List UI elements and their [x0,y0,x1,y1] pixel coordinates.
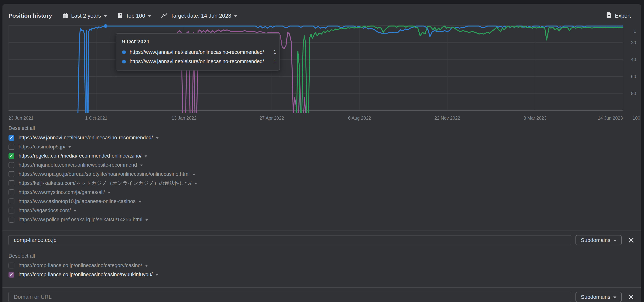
url-label: https://www.casinotop10.jp/japanese-onli… [18,199,136,204]
url-label: https://www.npa.go.jp/bureau/safetylife/… [18,171,190,177]
url-label: https://www.jannavi.net/leisure/onlineca… [18,135,153,141]
chevron-down-icon[interactable] [156,274,158,276]
domain-input-empty[interactable] [8,292,571,302]
chevron-down-icon[interactable] [140,165,143,166]
tooltip-url: https://www.jannavi.net/leisure/onlineca… [130,49,264,55]
chevron-down-icon[interactable] [145,219,148,221]
download-icon [606,12,612,20]
chevron-down-icon[interactable] [144,156,147,157]
tooltip-position-value: 1 [274,49,276,55]
checkbox-checked[interactable]: ✓ [8,135,14,141]
url-list-item[interactable]: https://www.casinotop10.jp/japanese-onli… [8,197,635,206]
url-label: https://majandofu.com/ca-onlinewebsite-r… [18,162,137,168]
checkbox-checked[interactable]: ✓ [8,272,14,277]
close-icon[interactable] [628,237,634,243]
chart-canvas [8,24,623,113]
chevron-down-icon[interactable] [138,201,141,203]
tooltip-url: https://www.jannavi.net/leisure/onlineca… [130,59,264,64]
url-list-item[interactable]: https://majandofu.com/ca-onlinewebsite-r… [8,160,635,170]
subdomains-label: Subdomains [581,237,610,243]
checkbox-unchecked[interactable] [8,199,14,204]
checkbox-unchecked[interactable] [8,208,14,213]
chevron-down-icon [234,15,237,17]
toolbar: Position history Last 2 years [2,4,641,23]
url-label: https://comp-liance.co.jp/onlinecasino/c… [18,272,152,277]
top-filter-dropdown[interactable]: Top 100 [117,13,151,19]
tooltip-date: 9 Oct 2021 [122,39,274,45]
url-label: https://casinotop5.jp/ [18,144,66,150]
page-title: Position history [8,13,52,19]
url-list-item[interactable]: https://vegasdocs.com/ [8,206,635,215]
x-tick-label: 14 Jun 2023 [598,115,623,121]
position-history-panel: Position history Last 2 years [2,4,641,302]
y-tick-label: 40 [631,57,636,62]
url-label: https://keiji-kaiketsu.com/ネットカジノ（オンラインカ… [18,180,192,187]
chevron-down-icon [104,15,107,17]
chevron-down-icon[interactable] [68,146,71,148]
checkbox-unchecked[interactable] [8,171,14,177]
url-label: https://vegasdocs.com/ [18,208,71,213]
add-target-input-row: Subdomains [2,292,641,302]
url-list-item[interactable]: https://www.mystino.com/ja/games/all/ [8,188,635,197]
checkbox-checked[interactable]: ✓ [8,153,14,159]
checkbox-unchecked[interactable] [8,217,14,223]
url-list-item[interactable]: ✓https://comp-liance.co.jp/onlinecasino/… [8,270,635,279]
url-list-item[interactable]: https://comp-liance.co.jp/onlinecasino/c… [8,261,635,270]
url-list-item[interactable]: https://keiji-kaiketsu.com/ネットカジノ（オンラインカ… [8,179,635,188]
y-tick-label: 1 [634,29,636,34]
url-list-item[interactable]: ✓https://www.jannavi.net/leisure/onlinec… [8,133,635,142]
date-range-label: Last 2 years [71,13,101,19]
url-list-item[interactable]: https://www.npa.go.jp/bureau/safetylife/… [8,170,635,179]
x-tick-label: 13 Jan 2022 [172,115,196,121]
table-icon [117,13,123,19]
chevron-down-icon [148,15,151,17]
url-list-item[interactable]: https://casinotop5.jp/ [8,142,635,151]
section-divider [2,231,641,231]
tooltip-position-value: 1 [274,59,276,64]
close-icon[interactable] [628,294,634,300]
checkbox-unchecked[interactable] [8,144,14,150]
chevron-down-icon[interactable] [74,210,76,212]
y-tick-label: 20 [631,40,636,45]
series-dot-icon [122,50,126,54]
deselect-all-link[interactable]: Deselect all [8,253,35,259]
domain-input[interactable] [8,235,571,245]
chevron-down-icon[interactable] [145,265,148,267]
url-label: https://www.mystino.com/ja/games/all/ [18,189,105,195]
chart-plot-area[interactable]: 23 Jun 20211 Oct 202113 Jan 202227 Apr 2… [8,24,623,122]
y-tick-label: 60 [631,74,636,79]
chevron-down-icon [613,296,616,298]
checkbox-unchecked[interactable] [8,180,14,186]
subdomains-dropdown[interactable]: Subdomains [576,235,622,245]
chevron-down-icon[interactable] [156,137,158,139]
chevron-down-icon[interactable] [193,174,195,175]
chevron-down-icon[interactable] [194,183,197,185]
x-tick-label: 1 Oct 2021 [85,115,107,121]
export-button[interactable]: Export [606,12,631,20]
top-filter-label: Top 100 [126,13,145,19]
target-date-dropdown[interactable]: Target date: 14 Jun 2023 [161,13,237,19]
url-list-primary: ✓https://www.jannavi.net/leisure/onlinec… [8,133,635,224]
checkbox-unchecked[interactable] [8,263,14,268]
chevron-down-icon[interactable] [108,192,110,194]
subdomains-dropdown[interactable]: Subdomains [576,292,622,302]
position-chart: 23 Jun 20211 Oct 202113 Jan 202227 Apr 2… [2,23,641,122]
export-label: Export [615,13,631,19]
x-tick-label: 22 Nov 2022 [434,115,460,121]
x-tick-label: 23 Jun 2021 [8,115,34,121]
y-axis-labels: 120406080100 [623,24,641,122]
target-input-row: Subdomains [2,235,641,245]
series-dot-icon [122,60,126,64]
url-list-item[interactable]: https://www.police.pref.osaka.lg.jp/seik… [8,215,635,224]
section-divider [2,287,641,288]
url-lists: Deselect all ✓https://www.jannavi.net/le… [2,122,641,224]
checkbox-unchecked[interactable] [8,189,14,195]
target-date-label: Target date: 14 Jun 2023 [170,13,231,19]
checkbox-unchecked[interactable] [8,162,14,168]
deselect-all-link[interactable]: Deselect all [8,125,35,131]
date-range-dropdown[interactable]: Last 2 years [62,13,107,19]
calendar-icon [62,13,68,19]
url-list-item[interactable]: ✓https://rpgeko.com/media/recommended-on… [8,151,635,160]
chart-tooltip: 9 Oct 2021 https://www.jannavi.net/leisu… [116,33,280,71]
x-tick-label: 3 Mar 2023 [524,115,546,121]
